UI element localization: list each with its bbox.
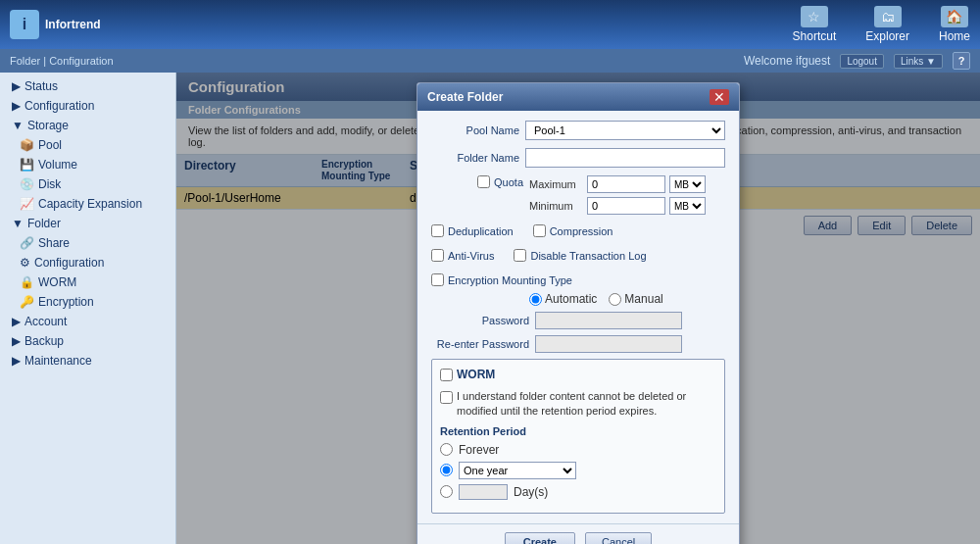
- manual-radio[interactable]: [609, 293, 621, 306]
- sidebar: ▶ Status ▶ Configuration ▼ Storage 📦 Poo…: [0, 73, 176, 544]
- encryption-checkbox[interactable]: [431, 273, 444, 286]
- max-unit-select[interactable]: MBGBTB: [669, 175, 706, 193]
- share-icon: 🔗: [20, 236, 34, 250]
- shortcut-icon: ☆: [801, 6, 828, 27]
- compression-checkbox[interactable]: [533, 224, 546, 237]
- sidebar-item-maintenance[interactable]: ▶ Maintenance: [0, 351, 175, 371]
- max-input[interactable]: [587, 175, 665, 193]
- help-button[interactable]: ?: [953, 52, 970, 70]
- auto-radio[interactable]: [529, 293, 542, 306]
- quota-checkbox[interactable]: [477, 175, 490, 188]
- sidebar-item-disk[interactable]: 💿 Disk: [0, 174, 175, 194]
- welcome-text: Welcome ifguest: [744, 54, 830, 68]
- min-unit-select[interactable]: MBGBTB: [669, 197, 706, 215]
- pool-icon: 📦: [20, 138, 34, 152]
- top-nav: ☆ Shortcut 🗂 Explorer 🏠 Home: [793, 6, 970, 43]
- secondary-bar: Folder | Configuration Welcome ifguest L…: [0, 49, 980, 73]
- password-row: Password: [431, 312, 725, 329]
- sidebar-item-encryption[interactable]: 🔑 Encryption: [0, 292, 175, 312]
- sidebar-item-worm[interactable]: 🔒 WORM: [0, 272, 175, 292]
- antivirus-checkbox[interactable]: [431, 249, 444, 262]
- pool-name-row: Pool Name Pool-1 Pool-2: [431, 121, 725, 140]
- encryption-row: Encryption Mounting Type: [431, 273, 725, 286]
- worm-confirm-text: I understand folder content cannot be de…: [457, 389, 716, 420]
- top-bar: i Infortrend ☆ Shortcut 🗂 Explorer 🏠 Hom…: [0, 0, 980, 49]
- explorer-icon: 🗂: [874, 6, 902, 27]
- forever-option: Forever: [440, 443, 716, 457]
- links-button[interactable]: Links ▼: [894, 54, 943, 69]
- sidebar-item-pool[interactable]: 📦 Pool: [0, 135, 175, 155]
- breadcrumb: Folder | Configuration: [10, 55, 114, 67]
- config-icon: ▶: [12, 99, 21, 113]
- encryption-icon: 🔑: [20, 295, 34, 309]
- modal-close-button[interactable]: ✕: [710, 89, 729, 105]
- modal-footer: Create Cancel: [417, 523, 739, 544]
- reenter-input[interactable]: [535, 335, 682, 353]
- dedup-checkbox[interactable]: [431, 224, 444, 237]
- sidebar-item-volume[interactable]: 💾 Volume: [0, 155, 175, 174]
- antivirus-row: Anti-Virus: [431, 249, 494, 262]
- modal-body: Pool Name Pool-1 Pool-2 Folder Name: [417, 111, 739, 523]
- quota-min-row: Minimum MBGBTB: [529, 197, 706, 215]
- reenter-label: Re-enter Password: [431, 338, 529, 350]
- sidebar-item-share[interactable]: 🔗 Share: [0, 233, 175, 253]
- folder-icon: ▼: [12, 217, 24, 230]
- logout-button[interactable]: Logout: [840, 54, 884, 69]
- pool-name-select[interactable]: Pool-1 Pool-2: [525, 121, 725, 140]
- sidebar-item-capacity[interactable]: 📈 Capacity Expansion: [0, 194, 175, 214]
- sidebar-item-folder-config[interactable]: ⚙ Configuration: [0, 253, 175, 272]
- disable-txlog-row: Disable Transaction Log: [514, 249, 646, 262]
- min-input[interactable]: [587, 197, 665, 215]
- quota-max-row: Maximum MBGBTB: [529, 175, 706, 193]
- max-label: Maximum: [529, 178, 583, 190]
- storage-icon: ▼: [12, 119, 24, 132]
- worm-confirm-checkbox[interactable]: [440, 391, 453, 404]
- modal-title: Create Folder: [427, 90, 503, 104]
- sidebar-item-status[interactable]: ▶ Status: [0, 76, 175, 96]
- sidebar-item-backup[interactable]: ▶ Backup: [0, 331, 175, 351]
- password-input[interactable]: [535, 312, 682, 329]
- worm-sidebar-icon: 🔒: [20, 275, 34, 289]
- year-select[interactable]: One year Two years Three years: [459, 462, 576, 479]
- main-layout: ▶ Status ▶ Configuration ▼ Storage 📦 Poo…: [0, 73, 980, 544]
- home-nav[interactable]: 🏠 Home: [939, 6, 970, 43]
- year-radio[interactable]: [440, 464, 453, 476]
- days-radio[interactable]: [440, 485, 453, 498]
- manual-radio-item: Manual: [609, 292, 662, 306]
- retention-label: Retention Period: [440, 425, 716, 437]
- worm-section: WORM I understand folder content cannot …: [431, 359, 725, 514]
- forever-radio[interactable]: [440, 443, 453, 456]
- disable-txlog-checkbox[interactable]: [514, 249, 526, 262]
- dedup-row: Deduplication: [431, 224, 514, 237]
- sidebar-item-folder[interactable]: ▼ Folder: [0, 214, 175, 233]
- min-label: Minimum: [529, 200, 583, 212]
- forever-label: Forever: [459, 443, 499, 457]
- days-input[interactable]: [459, 484, 508, 500]
- encryption-radio-group: Automatic Manual: [529, 292, 725, 306]
- backup-icon: ▶: [12, 334, 21, 348]
- explorer-nav[interactable]: 🗂 Explorer: [865, 6, 909, 43]
- sidebar-item-storage[interactable]: ▼ Storage: [0, 116, 175, 135]
- sidebar-item-account[interactable]: ▶ Account: [0, 312, 175, 331]
- antivirus-label: Anti-Virus: [448, 250, 494, 262]
- logo-icon: i: [10, 10, 39, 39]
- year-option: One year Two years Three years: [440, 462, 716, 479]
- content-area: Configuration Folder Configurations View…: [176, 73, 980, 544]
- folder-config-icon: ⚙: [20, 256, 30, 270]
- disable-txlog-label: Disable Transaction Log: [530, 250, 646, 262]
- create-button[interactable]: Create: [505, 532, 575, 544]
- logo-text: Infortrend: [45, 18, 101, 31]
- modal-cancel-button[interactable]: Cancel: [585, 532, 652, 544]
- account-icon: ▶: [12, 315, 21, 328]
- home-icon: 🏠: [941, 6, 968, 27]
- manual-label: Manual: [624, 292, 662, 306]
- worm-checkbox[interactable]: [440, 369, 453, 381]
- sidebar-item-configuration[interactable]: ▶ Configuration: [0, 96, 175, 116]
- days-label: Day(s): [514, 485, 548, 499]
- modal-overlay: Create Folder ✕ Pool Name Pool-1 Pool-2: [176, 73, 980, 544]
- shortcut-nav[interactable]: ☆ Shortcut: [793, 6, 837, 43]
- folder-name-input[interactable]: [525, 148, 725, 168]
- auto-radio-item: Automatic: [529, 292, 597, 306]
- maintenance-icon: ▶: [12, 354, 21, 368]
- reenter-password-row: Re-enter Password: [431, 335, 725, 353]
